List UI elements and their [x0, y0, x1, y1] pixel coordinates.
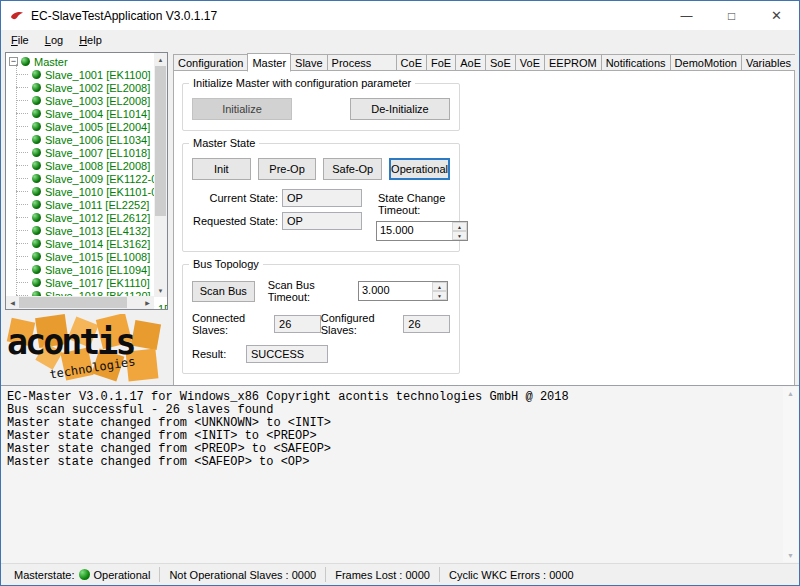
menu-log[interactable]: Log [37, 32, 71, 48]
tree-item-slave[interactable]: Slave_1007 [EL1018] [30, 146, 167, 159]
tab-voe[interactable]: VoE [515, 54, 545, 71]
menu-bar: FileLogHelp [1, 30, 799, 50]
tree-item-slave[interactable]: Slave_1016 [EL1094] [30, 263, 167, 276]
slave-label: Slave_1002 [EL2008] [45, 82, 150, 94]
slave-status-icon [32, 122, 41, 131]
tab-aoe[interactable]: AoE [455, 54, 486, 71]
tab-process-data[interactable]: Process Data [327, 54, 397, 71]
tab-notifications[interactable]: Notifications [601, 54, 671, 71]
init-state-button[interactable]: Init [192, 158, 251, 180]
title-bar: EC-SlaveTestApplication V3.0.1.17 — □ ✕ [1, 1, 799, 30]
preop-state-button[interactable]: Pre-Op [258, 158, 317, 180]
state-change-timeout-stepper[interactable]: 15.000 ▲ ▼ [376, 221, 468, 241]
configured-slaves-label: Configured Slaves: [321, 312, 399, 336]
scan-bus-button[interactable]: Scan Bus [192, 281, 255, 302]
scroll-up-icon[interactable]: ▲ [784, 387, 797, 400]
tab-variables[interactable]: Variables [741, 54, 795, 71]
tree-item-slave[interactable]: Slave_1005 [EL2004] [30, 120, 167, 133]
slave-status-icon [32, 226, 41, 235]
tree-item-slave[interactable]: Slave_1003 [EL2008] [30, 94, 167, 107]
not-operational-slaves-text: Not Operational Slaves : 0000 [169, 569, 316, 581]
master-tab-page: Initialize Master with configuration par… [173, 70, 795, 385]
tab-control: ConfigurationMasterSlaveProcess DataCoEF… [173, 52, 795, 385]
connected-slaves-field: 26 [274, 315, 321, 333]
deinitialize-button[interactable]: De-Initialize [350, 98, 450, 120]
scan-bus-timeout-stepper[interactable]: 3.000 ▲ ▼ [358, 281, 448, 301]
wkc-errors-text: Cyclic WKC Errors : 0000 [449, 569, 574, 581]
slave-label: Slave_1011 [EL2252] [45, 199, 149, 211]
tree-item-slave[interactable]: Slave_1004 [EL1014] [30, 107, 167, 120]
tree-item-slave[interactable]: Slave_1006 [EL1034] [30, 133, 167, 146]
tree-horizontal-scrollbar[interactable]: ◀ ▶ [6, 296, 154, 309]
app-window: EC-SlaveTestApplication V3.0.1.17 — □ ✕ … [0, 0, 800, 586]
scroll-down-icon[interactable]: ▼ [784, 549, 797, 562]
tree-master-label: Master [34, 56, 68, 68]
tab-master[interactable]: Master [247, 53, 291, 72]
slave-label: Slave_1005 [EL2004] [45, 121, 150, 133]
menu-file[interactable]: File [3, 32, 37, 48]
scroll-up-icon[interactable]: ▲ [154, 53, 167, 66]
master-state-group-title: Master State [189, 137, 259, 149]
slave-label: Slave_1003 [EL2008] [45, 95, 150, 107]
tree-item-slave[interactable]: Slave_1015 [EL1008] [30, 250, 167, 263]
tab-configuration[interactable]: Configuration [173, 54, 248, 71]
tab-soe[interactable]: SoE [485, 54, 516, 71]
spin-down-icon[interactable]: ▼ [432, 291, 447, 300]
tree-item-slave[interactable]: Slave_1010 [EK1101-0080] [30, 185, 167, 198]
slave-status-icon [32, 265, 41, 274]
log-panel: EC-Master V3.0.1.17 for Windows_x86 Copy… [1, 385, 799, 563]
master-status-icon [21, 57, 30, 66]
frames-lost-segment: Frames Lost : 0000 [326, 567, 440, 582]
wkc-errors-segment: Cyclic WKC Errors : 0000 [440, 567, 583, 582]
tab-coe[interactable]: CoE [396, 54, 427, 71]
tree-vertical-scrollbar[interactable]: ▲ ▼ [154, 53, 167, 297]
safeop-state-button[interactable]: Safe-Op [323, 158, 382, 180]
tree-item-master[interactable]: − Master [9, 55, 167, 68]
tree-item-slave[interactable]: Slave_1017 [EK1110] [30, 276, 167, 289]
scroll-left-icon[interactable]: ◀ [6, 296, 19, 309]
slave-label: Slave_1013 [EL4132] [45, 225, 150, 237]
window-title: EC-SlaveTestApplication V3.0.1.17 [31, 9, 217, 23]
minimize-icon[interactable]: — [664, 1, 709, 30]
tab-eeprom[interactable]: EEPROM [544, 54, 602, 71]
tree-item-slave[interactable]: Slave_1001 [EK1100] [30, 68, 167, 81]
result-label: Result: [192, 348, 238, 360]
tree-item-slave[interactable]: Slave_1014 [EL3162] [30, 237, 167, 250]
scroll-down-icon[interactable]: ▼ [154, 284, 167, 297]
tree-item-slave[interactable]: Slave_1009 [EK1122-0080] [30, 172, 167, 185]
slave-label: Slave_1004 [EL1014] [45, 108, 150, 120]
operational-state-button[interactable]: Operational [389, 158, 450, 180]
tree-item-slave[interactable]: Slave_1012 [EL2612] [30, 211, 167, 224]
slave-status-icon [32, 96, 41, 105]
scroll-right-icon[interactable]: ▶ [141, 296, 154, 309]
tree-hscroll-thumb[interactable] [19, 297, 127, 308]
master-state-groupbox: Master State Init Pre-Op Safe-Op Operati… [182, 143, 460, 252]
spin-down-icon[interactable]: ▼ [452, 231, 467, 240]
close-icon[interactable]: ✕ [754, 1, 799, 30]
log-scrollbar[interactable]: ▲ ▼ [783, 387, 798, 562]
tab-demomotion[interactable]: DemoMotion [670, 54, 742, 71]
requested-state-label: Requested State: [192, 215, 278, 227]
initialize-button[interactable]: Initialize [192, 98, 292, 120]
masterstate-value: Operational [94, 569, 151, 581]
log-line: Master state changed from <SAFEOP> to <O… [7, 456, 779, 469]
spin-up-icon[interactable]: ▲ [452, 222, 467, 231]
current-state-field: OP [282, 189, 362, 207]
tree-item-slave[interactable]: Slave_1002 [EL2008] [30, 81, 167, 94]
tree-vscroll-thumb[interactable] [155, 66, 166, 216]
frames-lost-text: Frames Lost : 0000 [335, 569, 430, 581]
tab-foe[interactable]: FoE [426, 54, 456, 71]
tab-slave[interactable]: Slave [290, 54, 328, 71]
maximize-icon[interactable]: □ [709, 1, 754, 30]
menu-help[interactable]: Help [71, 32, 110, 48]
acontis-logo: acontis technologies [5, 314, 168, 382]
state-change-timeout-value[interactable]: 15.000 [377, 222, 452, 240]
scan-bus-timeout-value[interactable]: 3.000 [359, 282, 432, 300]
tree-item-slave[interactable]: Slave_1013 [EL4132] [30, 224, 167, 237]
left-column: − Master Slave_1001 [EK1100]Slave_1002 [… [5, 52, 168, 385]
tree-item-slave[interactable]: Slave_1008 [EL2008] [30, 159, 167, 172]
tree-item-slave[interactable]: Slave_1011 [EL2252] [30, 198, 167, 211]
spin-up-icon[interactable]: ▲ [432, 282, 447, 291]
slave-status-icon [32, 252, 41, 261]
configured-slaves-field: 26 [403, 315, 450, 333]
